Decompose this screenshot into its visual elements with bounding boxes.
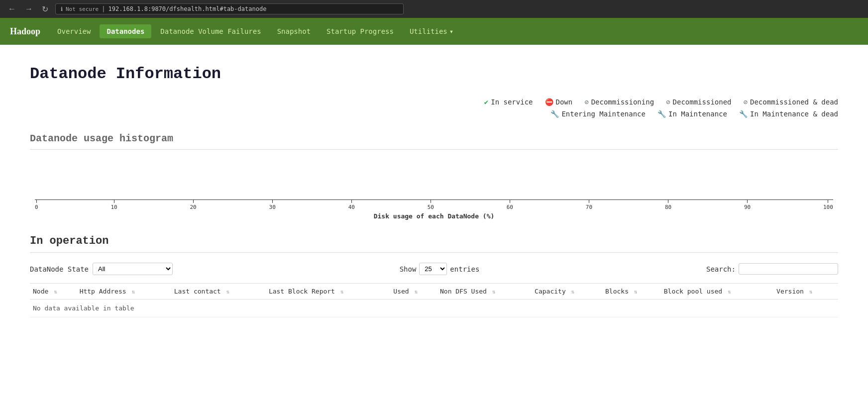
no-data-message: No data available in table: [30, 299, 838, 317]
in-service-icon: ✔: [484, 98, 488, 106]
forward-button[interactable]: →: [23, 3, 35, 14]
col-used[interactable]: Used ⇅: [390, 284, 437, 299]
in-maintenance-icon: 🔧: [657, 110, 666, 118]
x-axis-line: 0 10 20 30 40 50 60 70 80 90 100: [35, 199, 833, 210]
sort-arrows-pool: ⇅: [728, 289, 731, 295]
tick-70: 70: [586, 200, 592, 210]
histogram-axis-title: Disk usage of each DataNode (%): [35, 212, 833, 220]
datanodes-table: Node ⇅ Http Address ⇅ Last contact ⇅ Las…: [30, 283, 838, 317]
address-bar[interactable]: ℹ Not secure | 192.168.1.8:9870/dfshealt…: [55, 3, 404, 14]
status-in-maintenance-dead: 🔧 In Maintenance & dead: [739, 110, 838, 118]
security-label: Not secure: [66, 6, 99, 12]
sort-arrows-used: ⇅: [414, 289, 418, 295]
tick-90: 90: [744, 200, 751, 210]
in-maintenance-label: In Maintenance: [668, 110, 727, 118]
show-entries-group: Show 10 25 50 100 entries: [400, 263, 480, 275]
search-input[interactable]: [739, 263, 838, 275]
sort-arrows-version: ⇅: [809, 289, 813, 295]
state-filter-label: DataNode State: [30, 265, 89, 273]
in-maintenance-dead-label: In Maintenance & dead: [750, 110, 838, 118]
table-body: No data available in table: [30, 299, 838, 317]
decommissioned-dead-label: Decommissioned & dead: [750, 98, 838, 106]
main-content: Datanode Information ✔ In service ⛔ Down…: [0, 45, 868, 337]
nav-datanode-volume-failures[interactable]: Datanode Volume Failures: [153, 24, 268, 38]
back-button[interactable]: ←: [6, 3, 18, 14]
decommissioning-icon: ⊘: [584, 98, 588, 106]
tick-60: 60: [507, 200, 513, 210]
status-entering-maintenance: 🔧 Entering Maintenance: [550, 110, 646, 118]
col-version[interactable]: Version ⇅: [773, 284, 838, 299]
nav-datanodes[interactable]: Datanodes: [100, 24, 151, 38]
table-controls: DataNode State All In Service Decommissi…: [30, 263, 838, 275]
col-node[interactable]: Node ⇅: [30, 284, 77, 299]
decommissioned-label: Decommissioned: [673, 98, 732, 106]
status-legend-row-1: ✔ In service ⛔ Down ⊘ Decommissioning ⊘ …: [484, 98, 838, 106]
navbar: Hadoop Overview Datanodes Datanode Volum…: [0, 18, 868, 45]
tick-80: 80: [665, 200, 671, 210]
no-data-row: No data available in table: [30, 299, 838, 317]
tick-30: 30: [269, 200, 276, 210]
lock-icon: ℹ: [61, 6, 63, 12]
url-display: 192.168.1.8:9870/dfshealth.html#tab-data…: [108, 5, 266, 12]
table-header-row: Node ⇅ Http Address ⇅ Last contact ⇅ Las…: [30, 284, 838, 299]
brand-logo: Hadoop: [10, 26, 40, 37]
dropdown-arrow-icon: ▾: [449, 27, 453, 35]
browser-bar: ← → ↻ ℹ Not secure | 192.168.1.8:9870/df…: [0, 0, 868, 18]
entries-label: entries: [450, 265, 479, 273]
state-filter-group: DataNode State All In Service Decommissi…: [30, 263, 173, 275]
in-operation-section: In operation DataNode State All In Servi…: [30, 235, 838, 317]
tick-0: 0: [35, 200, 38, 210]
show-entries-select[interactable]: 10 25 50 100: [419, 263, 447, 275]
status-in-maintenance: 🔧 In Maintenance: [657, 110, 727, 118]
col-http-address[interactable]: Http Address ⇅: [77, 284, 171, 299]
tick-40: 40: [348, 200, 355, 210]
table-header: Node ⇅ Http Address ⇅ Last contact ⇅ Las…: [30, 284, 838, 299]
in-operation-title: In operation: [30, 235, 838, 247]
col-non-dfs-used[interactable]: Non DFS Used ⇅: [437, 284, 532, 299]
status-decommissioned-dead: ⊘ Decommissioned & dead: [744, 98, 838, 106]
sort-arrows-non-dfs: ⇅: [492, 289, 496, 295]
col-block-pool-used[interactable]: Block pool used ⇅: [661, 284, 773, 299]
reload-button[interactable]: ↻: [40, 3, 50, 15]
datanode-state-select[interactable]: All In Service Decommissioning Decommiss…: [93, 263, 173, 275]
entering-maintenance-icon: 🔧: [550, 110, 559, 118]
sort-arrows-block-report: ⇅: [340, 289, 344, 295]
tick-10: 10: [110, 200, 117, 210]
status-decommissioning: ⊘ Decommissioning: [584, 98, 654, 106]
status-decommissioned: ⊘ Decommissioned: [666, 98, 731, 106]
nav-startup-progress[interactable]: Startup Progress: [320, 24, 401, 38]
search-label: Search:: [706, 265, 736, 273]
col-last-contact[interactable]: Last contact ⇅: [171, 284, 266, 299]
down-icon: ⛔: [545, 98, 553, 106]
decommissioned-icon: ⊘: [666, 98, 670, 106]
in-maintenance-dead-icon: 🔧: [739, 110, 748, 118]
search-group: Search:: [706, 263, 838, 275]
status-in-service: ✔ In service: [484, 98, 533, 106]
decommissioned-dead-icon: ⊘: [744, 98, 748, 106]
histogram-section: Datanode usage histogram 0 10 20 30 40 5…: [30, 133, 838, 220]
col-last-block-report[interactable]: Last Block Report ⇅: [266, 284, 390, 299]
decommissioning-label: Decommissioning: [591, 98, 654, 106]
histogram-chart: 0 10 20 30 40 50 60 70 80 90 100 Disk us…: [35, 160, 833, 220]
sort-arrows-http: ⇅: [131, 289, 135, 295]
nav-snapshot[interactable]: Snapshot: [270, 24, 318, 38]
in-service-label: In service: [491, 98, 533, 106]
tick-20: 20: [190, 200, 197, 210]
show-label: Show: [400, 265, 417, 273]
col-capacity[interactable]: Capacity ⇅: [532, 284, 602, 299]
histogram-divider: [30, 149, 838, 150]
sort-arrows-capacity: ⇅: [571, 289, 575, 295]
status-legend: ✔ In service ⛔ Down ⊘ Decommissioning ⊘ …: [30, 98, 838, 118]
status-legend-row-2: 🔧 Entering Maintenance 🔧 In Maintenance …: [550, 110, 838, 118]
status-down: ⛔ Down: [545, 98, 573, 106]
nav-utilities[interactable]: Utilities ▾: [403, 24, 460, 38]
histogram-title: Datanode usage histogram: [30, 133, 838, 144]
page-title: Datanode Information: [30, 65, 838, 83]
tick-50: 50: [428, 200, 434, 210]
down-label: Down: [556, 98, 573, 106]
sort-arrows-contact: ⇅: [226, 289, 230, 295]
entering-maintenance-label: Entering Maintenance: [561, 110, 646, 118]
sort-arrows-blocks: ⇅: [634, 289, 638, 295]
col-blocks[interactable]: Blocks ⇅: [602, 284, 661, 299]
nav-overview[interactable]: Overview: [50, 24, 98, 38]
